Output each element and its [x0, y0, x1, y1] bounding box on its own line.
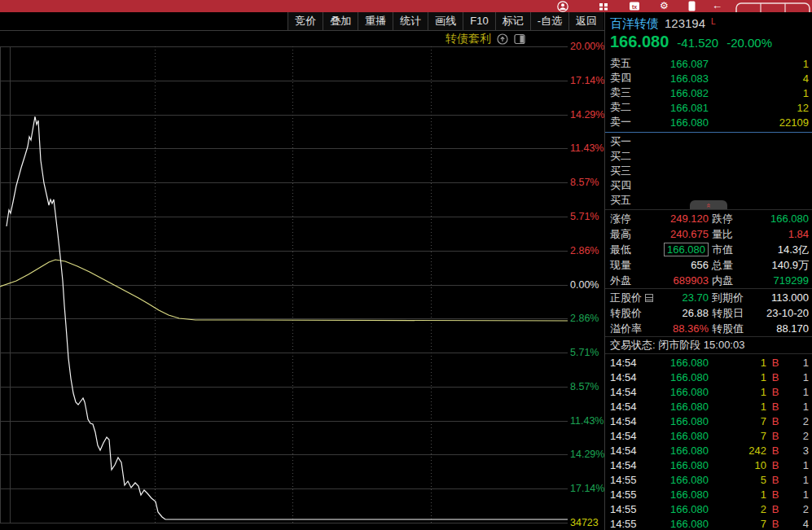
stat-row: 外盘689903内盘719299: [605, 273, 812, 288]
window-controls-icon[interactable]: [735, 2, 810, 12]
chart-y-axis: 20.00%17.14%14.29%11.43%8.57%5.71%2.86%0…: [568, 46, 606, 530]
axis-label: 2.86%: [570, 245, 599, 256]
divider: [605, 336, 812, 337]
instrument-flag-badge: L: [711, 17, 716, 26]
axis-label: 0.00%: [570, 279, 599, 291]
instrument-code: 123194: [665, 16, 705, 30]
ask-row[interactable]: 卖二166.08112: [605, 100, 812, 115]
bid-row[interactable]: 买三: [605, 164, 812, 178]
ask-row[interactable]: 卖三166.0821: [605, 85, 812, 100]
chart-header: 转债套利: [0, 31, 568, 46]
chart-mode-label: 转债套利: [446, 32, 491, 46]
stats-block: 涨停249.120跌停166.080最高240.675量比1.84最低166.0…: [605, 211, 812, 288]
toolbar-button-标记[interactable]: 标记: [495, 12, 530, 30]
device-icon[interactable]: [688, 1, 696, 11]
ask-row[interactable]: 卖五166.0871: [605, 56, 812, 71]
detail-grid-icon[interactable]: [645, 294, 653, 302]
instrument-title: 百洋转债 123194 L: [605, 16, 812, 31]
axis-label: 11.43%: [570, 142, 604, 154]
trade-row: 14:55166.0807B4: [605, 516, 812, 530]
toolbar-button-竞价[interactable]: 竞价: [287, 12, 323, 30]
last-price-row: 166.080 -41.520 -20.00%: [605, 33, 812, 50]
trade-row: 14:55166.0801B1: [605, 487, 812, 502]
tick-trade-list[interactable]: 14:54166.0801B114:54166.0801B114:54166.0…: [605, 355, 812, 530]
toolbar-button-F10[interactable]: F10: [463, 12, 494, 30]
ask-row[interactable]: 卖一166.08022109: [605, 115, 812, 129]
user-icon[interactable]: [557, 1, 568, 12]
axis-label: 17.14%: [570, 483, 604, 494]
titlebar: tx ⚙ ←: [0, 0, 812, 12]
axis-label: 17.14%: [570, 75, 604, 86]
toolbar-button-返回[interactable]: 返回: [568, 12, 604, 30]
circle-up-icon[interactable]: [497, 33, 508, 45]
quote-panel: 百洋转债 123194 L 166.080 -41.520 -20.00% 卖五…: [604, 12, 812, 530]
toolbar-button-统计[interactable]: 统计: [393, 12, 428, 30]
axis-label: 20.00%: [570, 41, 604, 52]
bid-queue: 买一买二买三买四买五: [605, 134, 812, 208]
stat-row: 最低166.080市值14.3亿: [605, 242, 812, 257]
bond-info-block: 正股价23.70到期价113.000转股价26.88转股日23-10-20溢价率…: [605, 290, 812, 336]
stat-row: 现量656总量140.9万: [605, 257, 812, 273]
bond-row: 转股价26.88转股日23-10-20: [605, 305, 812, 321]
divider: [605, 209, 812, 210]
trade-row: 14:54166.0807B2: [605, 414, 812, 428]
trade-row: 14:54166.0807B2: [605, 428, 812, 443]
axis-label: 34723: [570, 517, 599, 528]
split-panel-icon[interactable]: [514, 33, 525, 45]
chevron-up-icon: «: [704, 203, 712, 207]
intraday-chart[interactable]: [0, 46, 568, 530]
stat-row: 涨停249.120跌停166.080: [605, 211, 812, 226]
axis-label: 8.57%: [570, 381, 599, 392]
trade-row: 14:54166.0801B1: [605, 384, 812, 399]
toolbar-button-叠加[interactable]: 叠加: [323, 12, 358, 30]
settings-gear-icon[interactable]: ⚙: [660, 0, 669, 11]
book-separator: [605, 132, 812, 133]
axis-label: 8.57%: [570, 177, 599, 188]
price-change-pct: -20.00%: [726, 36, 772, 50]
divider: [605, 353, 812, 354]
trade-row: 14:54166.0801B1: [605, 370, 812, 384]
bid-row[interactable]: 买一: [605, 134, 812, 149]
axis-label: 5.71%: [570, 347, 599, 358]
trade-row: 14:54166.080242B3: [605, 443, 812, 458]
axis-label: 14.29%: [570, 449, 604, 460]
instrument-name: 百洋转债: [610, 16, 659, 32]
toolbar-button-重播[interactable]: 重播: [358, 12, 393, 30]
bond-row: 正股价23.70到期价113.000: [605, 290, 812, 305]
trade-row: 14:55166.0805B1: [605, 472, 812, 487]
stat-row: 最高240.675量比1.84: [605, 226, 812, 242]
axis-label: 5.71%: [570, 211, 599, 222]
trade-row: 14:55166.0802B2: [605, 502, 812, 516]
axis-label: 11.43%: [570, 415, 604, 427]
toolbar-button-画线[interactable]: 画线: [428, 12, 463, 30]
price-change: -41.520: [677, 36, 718, 50]
divider: [605, 288, 812, 289]
bid-row[interactable]: 买二: [605, 149, 812, 164]
bid-row[interactable]: 买四: [605, 178, 812, 193]
ask-queue: 卖五166.0871卖四166.0834卖三166.0821卖二166.0811…: [605, 56, 812, 129]
back-arrow-icon[interactable]: ←: [712, 0, 722, 11]
bond-row: 溢价率88.36%转股值88.170: [605, 321, 812, 336]
svg-text:tx: tx: [632, 4, 637, 10]
toolbar: 竞价叠加重播统计画线F10标记-自选返回: [0, 12, 604, 31]
trade-row: 14:54166.0801B1: [605, 355, 812, 370]
axis-label: 2.86%: [570, 313, 599, 324]
trade-row: 14:54166.08010B1: [605, 458, 812, 472]
trade-row: 14:54166.0801B1: [605, 399, 812, 414]
last-price: 166.080: [610, 33, 669, 51]
apps-grid-icon[interactable]: [599, 1, 609, 11]
text-doc-icon[interactable]: tx: [629, 1, 640, 11]
toolbar-button--自选[interactable]: -自选: [530, 12, 568, 30]
trading-status: 交易状态: 闭市阶段 15:00:03: [605, 338, 812, 353]
ask-row[interactable]: 卖四166.0834: [605, 71, 812, 85]
axis-label: 14.29%: [570, 109, 604, 120]
